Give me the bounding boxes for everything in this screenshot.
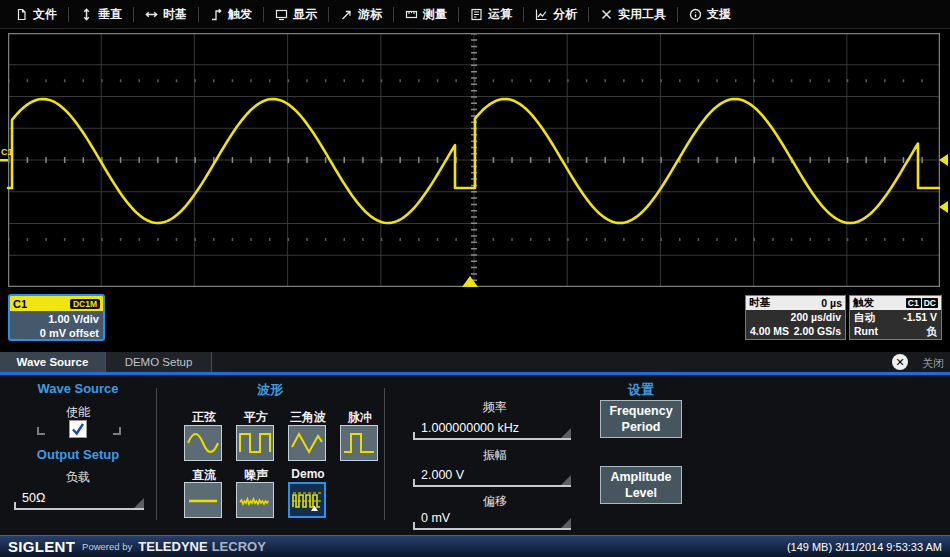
focus-bracket-left (37, 427, 45, 435)
trigger-mode-row: 自动 -1.51 V (850, 310, 941, 324)
timebase-delay: 0 µs (821, 297, 842, 309)
oscilloscope-ui: 文件 垂直 时基 触发 显示 游标 测量 运算 (0, 0, 950, 557)
dc-wave-button[interactable] (184, 482, 222, 518)
demo-wave-button[interactable] (288, 482, 326, 518)
triangle-label: 三角波 (280, 409, 336, 426)
vertical-icon (80, 8, 93, 21)
channel-zero-marker[interactable]: C1 (1, 147, 13, 157)
math-icon (470, 8, 483, 21)
time-per-div: 200 µs/div (791, 310, 841, 324)
timebase-title: 时基 (749, 296, 770, 310)
triangle-wave-icon (290, 428, 324, 458)
triangle-wave-button[interactable] (288, 425, 326, 461)
channel-zero-tick (0, 159, 8, 162)
measure-icon (405, 8, 418, 21)
menu-label: 时基 (163, 6, 187, 23)
menu-analysis[interactable]: 分析 (524, 0, 588, 28)
timebase-descriptor-box[interactable]: 时基 0 µs 200 µs/div 4.00 MS 2.00 GS/s (745, 295, 846, 340)
trigger-mode: 自动 (854, 310, 875, 324)
dialog-tab-bar: Wave Source DEMO Setup (0, 352, 950, 375)
enable-label: 使能 (0, 404, 156, 421)
waveform-section-title: 波形 (156, 381, 384, 399)
frequency-period-button[interactable]: Frequency Period (600, 400, 682, 438)
amplitude-level-button[interactable]: Amplitude Level (600, 466, 682, 504)
section-divider (384, 388, 385, 520)
trigger-header: 触发 C1 DC (850, 296, 941, 310)
square-label: 平方 (228, 409, 284, 426)
sine-wave-button[interactable] (184, 425, 222, 461)
pulse-label: 脉冲 (332, 409, 388, 426)
amplitude-field[interactable]: 2.000 V (413, 465, 571, 487)
demo-label: Demo (280, 467, 336, 481)
menu-file[interactable]: 文件 (4, 0, 68, 28)
menu-measure[interactable]: 测量 (394, 0, 458, 28)
button-line: Period (601, 419, 681, 435)
enable-checkbox[interactable] (69, 420, 87, 438)
offset-value-field: 0 mV (413, 511, 450, 525)
amplitude-label: 振幅 (400, 447, 590, 464)
menu-label: 文件 (33, 6, 57, 23)
menu-vertical[interactable]: 垂直 (69, 0, 133, 28)
menu-timebase[interactable]: 时基 (134, 0, 198, 28)
cursor-icon (340, 8, 353, 21)
lecroy-logo: LECROY (212, 539, 266, 554)
menu-label: 测量 (423, 6, 447, 23)
trigger-title: 触发 (853, 296, 874, 310)
status-bar: SIGLENT Powered by TELEDYNE LECROY (149 … (0, 535, 950, 557)
load-value: 50Ω (14, 491, 45, 505)
menu-label: 游标 (358, 6, 382, 23)
sine-wave-icon (186, 428, 220, 458)
trigger-level: -1.51 V (903, 310, 937, 324)
offset-field[interactable]: 0 mV (413, 508, 571, 530)
frequency-value: 1.000000000 kHz (413, 421, 519, 435)
menu-label: 显示 (293, 6, 317, 23)
trigger-level-arrow (939, 154, 948, 166)
menu-label: 触发 (228, 6, 252, 23)
memory-and-datetime: (149 MB) 3/11/2014 9:53:33 AM (787, 541, 942, 553)
noise-wave-button[interactable] (236, 482, 274, 518)
display-icon (275, 8, 288, 21)
teledyne-logo: TELEDYNE (138, 539, 207, 554)
tab-demo-setup[interactable]: DEMO Setup (106, 352, 212, 372)
trigger-type-row: Runt 负 (850, 324, 941, 338)
siglent-logo: SIGLENT (8, 538, 75, 555)
menu-label: 支援 (707, 6, 731, 23)
menu-label: 运算 (488, 6, 512, 23)
channel1-body: 1.00 V/div 0 mV offset (10, 311, 103, 340)
load-dropdown[interactable]: 50Ω (14, 488, 144, 510)
amplitude-value: 2.000 V (413, 468, 464, 482)
dc-wave-icon (186, 485, 220, 515)
timebase-sample-row: 4.00 MS 2.00 GS/s (746, 324, 845, 338)
timebase-header: 时基 0 µs (746, 296, 845, 310)
noise-wave-icon (238, 485, 272, 515)
pulse-wave-button[interactable] (340, 425, 378, 461)
trigger-source-badge: C1 (906, 298, 921, 308)
support-icon (689, 8, 702, 21)
menu-label: 分析 (553, 6, 577, 23)
trigger-descriptor-box[interactable]: 触发 C1 DC 自动 -1.51 V Runt 负 (849, 295, 942, 340)
section-divider (156, 388, 157, 520)
menu-utility[interactable]: 实用工具 (589, 0, 677, 28)
analysis-icon (535, 8, 548, 21)
frequency-field[interactable]: 1.000000000 kHz (413, 418, 571, 440)
menu-label: 实用工具 (618, 6, 666, 23)
output-setup-title: Output Setup (0, 447, 156, 462)
menu-support[interactable]: 支援 (678, 0, 742, 28)
volts-per-div: 1.00 V/div (10, 312, 99, 326)
tab-wave-source[interactable]: Wave Source (0, 352, 106, 372)
trigger-type: Runt (854, 324, 878, 338)
channel-name: C1 (13, 298, 27, 310)
demo-wave-icon (290, 485, 324, 515)
menu-math[interactable]: 运算 (459, 0, 523, 28)
button-line: Frequency (601, 403, 681, 419)
offset-value: 0 mV offset (10, 326, 99, 340)
button-line: Level (601, 485, 681, 501)
menu-cursors[interactable]: 游标 (329, 0, 393, 28)
channel1-descriptor-box[interactable]: C1 DC1M 1.00 V/div 0 mV offset (8, 294, 105, 341)
trigger-icon (210, 8, 223, 21)
menu-trigger[interactable]: 触发 (199, 0, 263, 28)
menu-display[interactable]: 显示 (264, 0, 328, 28)
close-icon[interactable]: ✕ (892, 354, 908, 370)
square-wave-button[interactable] (236, 425, 274, 461)
menu-label: 垂直 (98, 6, 122, 23)
